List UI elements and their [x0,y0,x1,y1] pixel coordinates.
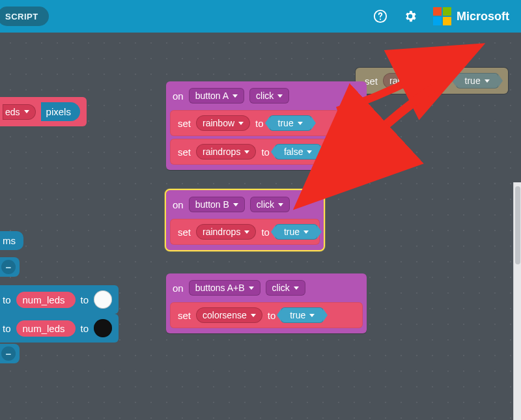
value-pixels[interactable]: pixels [41,102,80,121]
keyword-to: to [3,294,11,305]
keyword-to: to [268,310,276,321]
value-dropdown[interactable]: true [269,115,312,131]
value-dropdown[interactable]: true [281,307,324,323]
var-dropdown[interactable]: raindrops [196,224,256,240]
keyword-on: on [173,283,184,294]
tab-javascript[interactable]: SCRIPT [0,7,49,26]
block-header: on button A click [170,85,363,109]
keyword-to: to [442,76,451,87]
set-row[interactable]: set raindrops to true [170,219,320,245]
keyword-set: set [178,147,191,158]
keyword-to: to [81,294,89,305]
keyword-set: set [178,310,191,321]
fragment-numleds-white[interactable]: to num_leds to [0,285,119,314]
trigger-dropdown[interactable]: button B [189,197,245,212]
svg-point-1 [380,18,381,20]
keyword-to: to [261,147,270,158]
brand-logo[interactable]: Microsoft [433,7,509,25]
microsoft-logo-icon [433,7,451,25]
scrollbar-thumb[interactable] [515,186,520,264]
keyword-on: on [173,199,184,210]
var-dropdown-eds[interactable]: eds [3,104,36,120]
event-dropdown[interactable]: click [266,280,305,296]
keyword-set: set [178,227,191,238]
blocks-workspace[interactable]: set rainbow to true on button A click se… [0,33,521,420]
var-dropdown-rainbow[interactable]: rainbow [383,73,437,89]
brand-text: Microsoft [457,10,509,23]
var-dropdown-numleds[interactable]: num_leds [16,292,76,308]
var-dropdown[interactable]: raindrops [196,144,256,160]
keyword-on: on [173,91,184,102]
gear-icon[interactable] [403,9,417,23]
dragged-set-block[interactable]: set rainbow to true [356,68,508,94]
trigger-dropdown[interactable]: button A [189,88,244,104]
value-dropdown[interactable]: false [275,144,322,160]
on-button-b-block[interactable]: on button B click set raindrops to true [166,190,324,250]
var-dropdown[interactable]: rainbow [196,115,250,131]
keyword-to: to [261,227,270,238]
color-swatch-white[interactable] [94,290,112,309]
fragment-eds-pixels[interactable]: eds pixels [0,97,87,126]
block-header: on buttons A+B click [170,277,363,301]
top-bar: SCRIPT Microsoft [0,0,521,33]
tab-label: SCRIPT [5,12,38,21]
minus-icon[interactable]: − [1,260,16,274]
value-dropdown-true[interactable]: true [456,73,499,89]
event-dropdown[interactable]: click [250,197,290,212]
minus-icon[interactable]: − [1,346,16,361]
keyword-to: to [3,323,11,334]
fragment-numleds-black[interactable]: to num_leds to [0,314,119,343]
topbar-actions: Microsoft [373,7,509,25]
keyword-set: set [178,118,191,129]
fragment-ms[interactable]: ms [0,231,23,250]
fragment-minus-1[interactable]: − [0,257,20,277]
on-buttons-ab-block[interactable]: on buttons A+B click set colorsense to t… [166,273,367,333]
fragment-minus-2[interactable]: − [0,344,20,363]
set-row[interactable]: set colorsense to true [170,302,363,328]
keyword-set: set [365,76,378,87]
set-row[interactable]: set rainbow to true [170,110,339,136]
annotation-arrow-down [361,85,446,152]
help-icon[interactable] [373,9,387,23]
label-ms: ms [3,235,16,246]
keyword-to: to [255,118,264,129]
on-button-a-block[interactable]: on button A click set rainbow to true se… [166,81,367,170]
color-swatch-black[interactable] [94,319,112,337]
var-dropdown[interactable]: colorsense [196,307,262,323]
trigger-dropdown[interactable]: buttons A+B [189,280,260,296]
keyword-to: to [81,323,89,334]
block-header: on button B click [170,194,320,217]
set-row[interactable]: set raindrops to false [170,139,363,165]
value-dropdown[interactable]: true [275,224,318,240]
event-dropdown[interactable]: click [249,88,289,104]
var-dropdown-numleds[interactable]: num_leds [16,320,76,337]
